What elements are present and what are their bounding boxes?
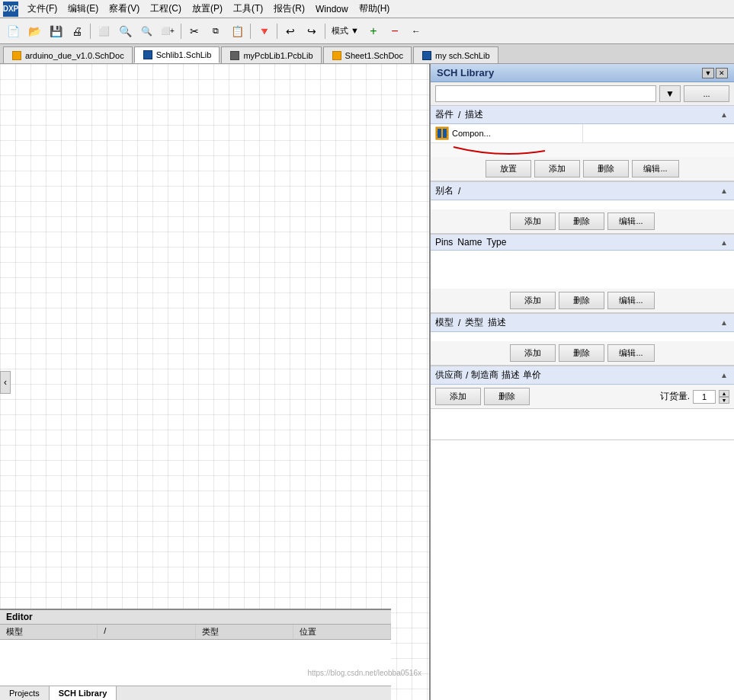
bottom-col-model: 模型 xyxy=(0,625,98,639)
toolbar-redo[interactable]: ↪ xyxy=(302,21,322,41)
suppliers-col4-label: 单价 xyxy=(523,369,541,382)
menu-place[interactable]: 放置(P) xyxy=(188,1,227,17)
tab-arduino[interactable]: arduino_due_v1.0.SchDoc xyxy=(3,46,133,63)
aliases-section: 别名 / ▲ 添加 删除 编辑... xyxy=(431,182,734,235)
toolbar-paste[interactable]: 📋 xyxy=(227,21,247,41)
search-dropdown-btn[interactable]: ▼ xyxy=(659,85,681,102)
toolbar-sep-2 xyxy=(181,24,181,39)
sch-panel-title: SCH Library xyxy=(437,67,494,78)
menu-window[interactable]: Window xyxy=(311,2,353,16)
menu-edit[interactable]: 编辑(E) xyxy=(63,1,103,17)
models-collapse-btn[interactable]: ▲ xyxy=(719,318,729,328)
aliases-edit-btn[interactable]: 编辑... xyxy=(607,213,654,230)
component-annotation-area xyxy=(431,143,734,157)
menubar: DXP 文件(F) 编辑(E) 察看(V) 工程(C) 放置(P) 工具(T) … xyxy=(0,0,734,18)
menu-reports[interactable]: 报告(R) xyxy=(269,1,309,17)
component-name-cell: Compon... xyxy=(431,124,583,142)
tab-schlib1[interactable]: Schlib1.SchLib xyxy=(134,46,220,63)
components-edit-btn[interactable]: 编辑... xyxy=(632,160,678,177)
components-collapse-btn[interactable]: ▲ xyxy=(719,110,729,120)
bottom-panel: Editor 模型 / 类型 位置 Projects SCH Library xyxy=(0,609,391,700)
suppliers-add-btn[interactable]: 添加 xyxy=(435,388,481,405)
component-row-0[interactable]: Compon... xyxy=(431,124,734,143)
toolbar-filter[interactable]: 🔻 xyxy=(254,21,274,41)
toolbar-save[interactable]: 💾 xyxy=(46,21,66,41)
panel-close-btn[interactable]: ✕ xyxy=(716,68,728,78)
toolbar-remove-btn[interactable]: − xyxy=(385,21,405,41)
aliases-delete-btn[interactable]: 删除 xyxy=(559,213,604,230)
order-qty-up[interactable]: ▲ xyxy=(719,390,729,397)
models-delete-btn[interactable]: 删除 xyxy=(559,344,604,362)
toolbar-copy[interactable]: ⧉ xyxy=(206,21,226,41)
pins-delete-btn[interactable]: 删除 xyxy=(559,292,604,309)
suppliers-section: 供应商 / 制造商 描述 单价 ▲ 添加 删除 订货量. ▲ ▼ xyxy=(431,366,734,440)
toolbar-cut[interactable]: ✂ xyxy=(184,21,204,41)
aliases-header-labels: 别名 / xyxy=(435,184,460,197)
tab-mysch[interactable]: my sch.SchLib xyxy=(413,46,498,63)
toolbar-nav-btn[interactable]: ← xyxy=(406,21,426,41)
sch-panel-controls: ▼ ✕ xyxy=(702,68,728,78)
main-area: ‹ Editor 模型 / 类型 位置 Projects SCH Library… xyxy=(0,64,734,700)
panel-collapse-btn[interactable]: ▼ xyxy=(702,68,714,78)
toolbar-zoom-in[interactable]: 🔍 xyxy=(115,21,135,41)
pins-header-cols: Pins Name Type xyxy=(435,237,506,248)
editor-tab-label: Editor xyxy=(0,610,391,625)
aliases-sep: / xyxy=(458,186,460,197)
toolbar-open[interactable]: 📂 xyxy=(24,21,44,41)
pins-add-btn[interactable]: 添加 xyxy=(510,292,556,309)
models-add-btn[interactable]: 添加 xyxy=(510,344,556,362)
svg-rect-2 xyxy=(443,129,447,138)
aliases-collapse-btn[interactable]: ▲ xyxy=(719,186,729,197)
aliases-add-btn[interactable]: 添加 xyxy=(510,213,556,230)
tab-icon-pcblib xyxy=(229,50,240,61)
models-header: 模型 / 类型 描述 ▲ xyxy=(431,314,734,332)
toolbar-new[interactable]: 📄 xyxy=(3,21,23,41)
menu-project[interactable]: 工程(C) xyxy=(146,1,186,17)
suppliers-col2-label: 制造商 xyxy=(471,369,498,382)
aliases-header: 别名 / ▲ xyxy=(431,182,734,200)
suppliers-collapse-btn[interactable]: ▲ xyxy=(719,370,729,381)
order-qty-down[interactable]: ▼ xyxy=(719,397,729,404)
suppliers-header-labels: 供应商 / 制造商 描述 单价 xyxy=(435,369,541,382)
search-input[interactable] xyxy=(435,85,656,102)
menu-file[interactable]: 文件(F) xyxy=(23,1,62,17)
suppliers-delete-btn[interactable]: 删除 xyxy=(484,388,530,405)
order-qty-input[interactable] xyxy=(693,390,716,404)
toolbar-undo[interactable]: ↩ xyxy=(280,21,300,41)
pins-section: Pins Name Type ▲ 添加 删除 编辑... xyxy=(431,235,734,314)
menu-view[interactable]: 察看(V) xyxy=(104,1,144,17)
search-more-btn[interactable]: ... xyxy=(684,85,729,102)
toolbar-add-btn[interactable]: + xyxy=(364,21,383,41)
tab-icon-schlib1 xyxy=(143,50,153,60)
tab-icon-mysch xyxy=(421,50,432,61)
pins-edit-btn[interactable]: 编辑... xyxy=(607,292,654,309)
models-edit-btn[interactable]: 编辑... xyxy=(607,344,654,362)
left-panel-collapse[interactable]: ‹ xyxy=(0,371,11,394)
pins-col2-label: Name xyxy=(457,237,482,248)
bottom-table-content xyxy=(0,640,391,686)
menu-tools[interactable]: 工具(T) xyxy=(229,1,268,17)
tab-pcblib[interactable]: myPcbLib1.PcbLib xyxy=(221,46,321,63)
order-qty-label: 订货量. xyxy=(660,390,690,403)
toolbar-zoom-area[interactable]: ⬜+ xyxy=(158,21,178,41)
pins-collapse-btn[interactable]: ▲ xyxy=(719,237,729,248)
pins-btn-row: 添加 删除 编辑... xyxy=(431,289,734,313)
component-name-0: Compon... xyxy=(452,129,491,138)
tab-label-pcblib: myPcbLib1.PcbLib xyxy=(243,51,313,60)
menu-help[interactable]: 帮助(H) xyxy=(354,1,395,17)
models-section: 模型 / 类型 描述 ▲ 添加 删除 编辑... xyxy=(431,314,734,366)
toolbar-zoom-out[interactable]: 🔍 xyxy=(136,21,156,41)
toolbar-zoom-fit[interactable]: ⬜ xyxy=(94,21,114,41)
bottom-tab-projects[interactable]: Projects xyxy=(0,686,50,700)
bottom-tab-sch-library[interactable]: SCH Library xyxy=(50,686,117,700)
tab-label-schlib1: Schlib1.SchLib xyxy=(156,50,212,59)
models-col1-label: 模型 xyxy=(435,316,454,329)
pins-content xyxy=(431,251,734,289)
bottom-col-location: 位置 xyxy=(293,625,391,639)
models-sep: / xyxy=(458,318,460,328)
order-qty-spinner: ▲ ▼ xyxy=(719,390,729,404)
toolbar-sep-5 xyxy=(325,24,325,39)
toolbar-print[interactable]: 🖨 xyxy=(67,21,87,41)
tab-sheet1[interactable]: Sheet1.SchDoc xyxy=(323,46,412,63)
dxp-logo[interactable]: DXP xyxy=(3,2,18,17)
